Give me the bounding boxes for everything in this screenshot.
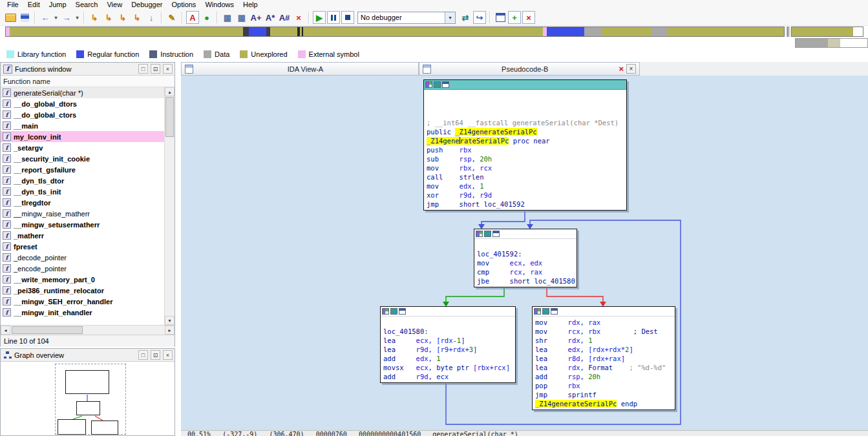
asm-line[interactable]: _Z14generateSerialPc endp (535, 399, 672, 408)
asm-line[interactable]: add r9d, ecx (383, 372, 513, 381)
ascii-search-icon[interactable]: A (186, 11, 199, 24)
open-subviews-icon[interactable] (494, 11, 507, 24)
navband-segment[interactable] (249, 27, 267, 36)
scroll-down-icon[interactable]: ▾ (165, 316, 175, 325)
vertical-scrollbar[interactable]: ▴ ▾ (164, 87, 175, 325)
asm-line[interactable]: ; __int64 __fastcall generateSerial(char… (427, 118, 624, 127)
asm-line[interactable]: call strlen (427, 172, 624, 182)
graph-view-canvas[interactable]: ; __int64 __fastcall generateSerial(char… (181, 76, 868, 430)
asm-line[interactable]: pop rbx (535, 381, 672, 390)
asm-line[interactable] (427, 91, 624, 100)
menu-windows[interactable]: Windows (200, 0, 238, 10)
scrollbar-thumb[interactable] (12, 326, 83, 334)
navband-segment[interactable] (547, 27, 584, 36)
asm-line[interactable]: add rsp, 20h (535, 372, 672, 381)
function-row[interactable]: f__mingw_raise_matherr (1, 208, 164, 219)
navband-segment[interactable] (243, 27, 248, 36)
menu-help[interactable]: Help (238, 0, 262, 10)
asm-line[interactable]: lea rdx, Format ; "%d-%d" (535, 363, 672, 372)
navband-segment[interactable] (270, 27, 297, 36)
jump-to-address-icon[interactable]: ↳ (88, 11, 101, 24)
function-row[interactable]: fgenerateSerial(char *) (1, 87, 164, 98)
asm-line[interactable]: mov ecx, edx (477, 258, 574, 267)
asm-line[interactable]: lea r8d, [rdx+rax] (535, 354, 672, 363)
navband-segment[interactable] (584, 27, 601, 36)
function-row[interactable]: f__do_global_ctors (1, 109, 164, 120)
pattern-search-icon[interactable]: ✎ (165, 11, 178, 24)
function-row[interactable]: f__mingw_init_ehandler (1, 307, 164, 318)
navband-segment[interactable] (601, 27, 651, 36)
node-color-icon[interactable] (534, 308, 541, 315)
node-color-icon[interactable] (382, 308, 389, 315)
minimize-button[interactable]: □ (138, 64, 148, 74)
navband-segment[interactable] (10, 27, 243, 36)
asm-line[interactable]: jbe short loc_401580 (477, 276, 574, 285)
asm-line[interactable]: mov edx, 1 (427, 182, 624, 191)
close-pane-icon[interactable]: × (626, 64, 636, 74)
rename-icon[interactable]: A* (264, 11, 277, 24)
node-window-icon[interactable] (551, 308, 558, 315)
back-icon[interactable]: ← (39, 11, 52, 24)
node-window-icon[interactable] (492, 231, 500, 237)
function-row[interactable]: f__write_memory_part_0 (1, 274, 164, 285)
scrollbar-thumb[interactable] (165, 97, 174, 137)
menu-file[interactable]: File (3, 0, 23, 10)
flow-chart-icon[interactable]: ▦ (221, 11, 234, 24)
close-button[interactable]: × (163, 64, 173, 74)
set-type-icon[interactable]: A# (278, 11, 291, 24)
scroll-up-icon[interactable]: ▴ (165, 87, 175, 96)
asm-line[interactable]: lea edx, [rdx+rdx*2] (535, 345, 672, 354)
asm-line[interactable]: cmp rcx, rax (477, 267, 574, 276)
asm-line[interactable] (427, 100, 624, 109)
asm-line[interactable]: mov rcx, rbx ; Dest (535, 327, 672, 336)
remove-breakpoint-icon[interactable]: × (522, 11, 535, 24)
menu-edit[interactable]: Edit (23, 0, 45, 10)
node-window-icon[interactable] (442, 81, 449, 88)
asm-line[interactable]: shr rdx, 1 (535, 336, 672, 345)
asm-line[interactable]: loc_401592: (477, 249, 574, 258)
scroll-left-icon[interactable]: ◂ (1, 326, 10, 335)
asm-line[interactable]: push rbx (427, 145, 624, 154)
navband-segment[interactable] (667, 27, 784, 36)
asm-line[interactable]: mov rdx, rax (535, 318, 672, 327)
block-titlebar[interactable] (424, 80, 626, 90)
node-window-icon[interactable] (399, 308, 406, 315)
float-button[interactable]: ⊡ (151, 64, 160, 74)
node-color-icon[interactable] (476, 231, 483, 237)
node-edit-icon[interactable] (542, 308, 549, 315)
function-row[interactable]: f__mingw_SEH_error_handler (1, 296, 164, 307)
basic-block-exit[interactable]: mov rdx, raxmov rcx, rbx ; Destshr rdx, … (532, 306, 675, 410)
graph-overview-canvas[interactable] (1, 362, 175, 435)
basic-block-entry[interactable]: ; __int64 __fastcall generateSerial(char… (423, 79, 627, 211)
asm-line[interactable]: loc_401580: (383, 327, 513, 336)
node-edit-icon[interactable] (390, 308, 397, 315)
call-graph-icon[interactable]: ▦ (235, 11, 248, 24)
jump-to-function-icon[interactable]: ↳ (116, 11, 129, 24)
function-row[interactable]: f_decode_pointer (1, 252, 164, 263)
continue-process-icon[interactable]: ▶ (313, 11, 326, 24)
menu-debugger[interactable]: Debugger (127, 0, 167, 10)
asm-line[interactable]: lea r9d, [r9+rdx+3] (383, 345, 513, 354)
asm-line[interactable]: xor r9d, r9d (427, 191, 624, 200)
function-row[interactable]: fmy_lconv_init (1, 131, 164, 142)
block-titlebar[interactable] (381, 307, 515, 317)
function-row[interactable]: f__mingw_setusermatherr (1, 219, 164, 230)
asm-line[interactable]: jmp short loc_401592 (427, 200, 624, 209)
node-edit-icon[interactable] (434, 81, 441, 88)
function-row[interactable]: f__main (1, 120, 164, 131)
function-row[interactable]: f_matherr (1, 230, 164, 241)
close-active-view-icon[interactable]: × (619, 65, 624, 73)
function-row[interactable]: f__security_init_cookie (1, 153, 164, 164)
debugger-select[interactable]: No debugger▾ (357, 12, 456, 24)
function-row[interactable]: f__dyn_tls_dtor (1, 175, 164, 186)
pause-process-icon[interactable] (327, 11, 340, 24)
jump-down-icon[interactable]: ↓ (145, 11, 158, 24)
horizontal-scrollbar[interactable]: ◂ ▸ (1, 325, 175, 335)
navband-segment[interactable] (300, 27, 543, 36)
function-row[interactable]: f_encode_pointer (1, 263, 164, 274)
menu-jump[interactable]: Jump (45, 0, 71, 10)
block-titlebar[interactable] (533, 307, 675, 317)
save-icon[interactable] (18, 11, 31, 24)
debugger-attach-icon[interactable]: ⇄ (459, 11, 472, 24)
run-indicator-icon[interactable]: ● (200, 11, 213, 24)
